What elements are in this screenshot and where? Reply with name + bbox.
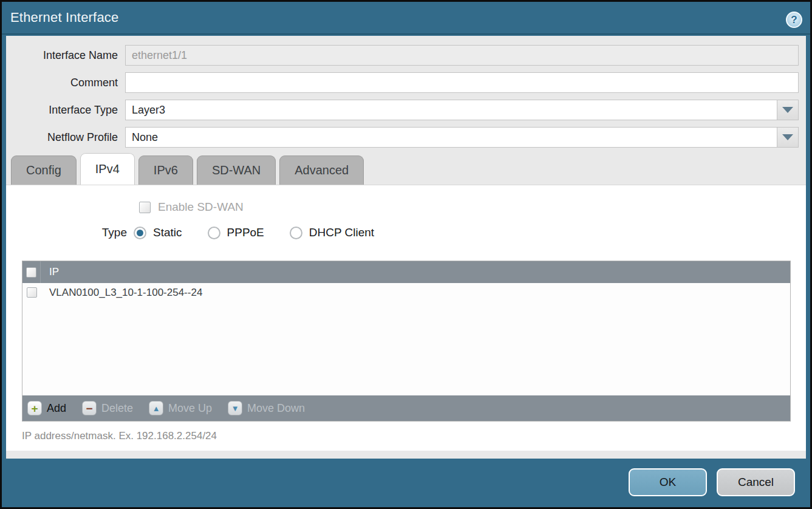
tab-advanced[interactable]: Advanced bbox=[279, 155, 364, 185]
move-down-button-label: Move Down bbox=[247, 402, 305, 415]
radio-option-static[interactable]: Static bbox=[134, 226, 182, 239]
tab-ipv4[interactable]: IPv4 bbox=[80, 153, 135, 185]
ip-table-toolbar: + Add − Delete ▲ Move Up ▼ Move Down bbox=[22, 395, 790, 421]
chevron-down-icon bbox=[782, 107, 793, 113]
dialog-content: Interface Name Comment Interface Type Ne… bbox=[6, 36, 806, 459]
interface-type-label: Interface Type bbox=[6, 104, 125, 117]
ip-column-header: IP bbox=[41, 266, 59, 278]
comment-field[interactable] bbox=[125, 72, 799, 93]
help-icon[interactable]: ? bbox=[786, 12, 802, 28]
add-button-label: Add bbox=[47, 402, 66, 415]
interface-type-row: Interface Type bbox=[6, 100, 799, 120]
interface-name-row: Interface Name bbox=[6, 45, 799, 66]
cancel-button[interactable]: Cancel bbox=[717, 468, 795, 496]
table-row[interactable]: VLAN0100_L3_10-1-100-254--24 bbox=[22, 283, 790, 302]
interface-name-label: Interface Name bbox=[6, 49, 125, 62]
tab-bar: Config IPv4 IPv6 SD-WAN Advanced bbox=[11, 153, 367, 185]
header-checkbox-cell bbox=[22, 261, 41, 283]
netflow-profile-field[interactable] bbox=[125, 127, 777, 148]
plus-icon: + bbox=[27, 401, 42, 415]
move-down-button[interactable]: ▼ Move Down bbox=[228, 401, 305, 415]
radio-pppoe[interactable] bbox=[208, 227, 220, 239]
ip-table-body: VLAN0100_L3_10-1-100-254--24 bbox=[22, 283, 790, 395]
chevron-down-icon bbox=[782, 134, 793, 140]
radio-dhcp-client-label: DHCP Client bbox=[309, 226, 374, 239]
ip-hint-text: IP address/netmask. Ex. 192.168.2.254/24 bbox=[22, 430, 217, 442]
radio-static-label: Static bbox=[153, 226, 182, 239]
ok-button[interactable]: OK bbox=[629, 468, 707, 496]
radio-option-dhcp-client[interactable]: DHCP Client bbox=[290, 226, 374, 239]
title-bar: Ethernet Interface bbox=[2, 2, 810, 35]
comment-row: Comment bbox=[6, 72, 799, 93]
tab-sdwan[interactable]: SD-WAN bbox=[197, 155, 276, 185]
enable-sdwan-label: Enable SD-WAN bbox=[158, 200, 244, 214]
interface-type-field[interactable] bbox=[125, 100, 777, 120]
ip-table: IP VLAN0100_L3_10-1-100-254--24 + Add bbox=[22, 261, 791, 422]
interface-type-dropdown-button[interactable] bbox=[777, 100, 799, 120]
move-up-button[interactable]: ▲ Move Up bbox=[149, 401, 212, 415]
radio-dhcp-client[interactable] bbox=[290, 227, 302, 239]
row-checkbox[interactable] bbox=[27, 287, 37, 298]
delete-button[interactable]: − Delete bbox=[82, 401, 133, 415]
netflow-profile-row: Netflow Profile bbox=[6, 127, 799, 148]
netflow-profile-dropdown-button[interactable] bbox=[777, 127, 799, 148]
dialog-title: Ethernet Interface bbox=[10, 10, 118, 26]
delete-button-label: Delete bbox=[101, 402, 133, 415]
select-all-checkbox[interactable] bbox=[26, 267, 36, 278]
arrow-up-icon: ▲ bbox=[149, 401, 163, 415]
radio-option-pppoe[interactable]: PPPoE bbox=[208, 226, 264, 239]
row-checkbox-cell bbox=[22, 287, 41, 298]
ip-cell[interactable]: VLAN0100_L3_10-1-100-254--24 bbox=[41, 287, 202, 299]
move-up-button-label: Move Up bbox=[168, 402, 212, 415]
comment-label: Comment bbox=[6, 77, 125, 89]
radio-pppoe-label: PPPoE bbox=[227, 226, 264, 239]
type-label: Type bbox=[6, 226, 134, 239]
enable-sdwan-checkbox[interactable] bbox=[139, 202, 151, 213]
netflow-profile-label: Netflow Profile bbox=[6, 131, 125, 144]
tab-config[interactable]: Config bbox=[11, 155, 77, 185]
netflow-profile-combo bbox=[125, 127, 799, 148]
enable-sdwan-row: Enable SD-WAN bbox=[139, 200, 244, 214]
footer-bar: OK Cancel bbox=[2, 457, 810, 507]
radio-static[interactable] bbox=[134, 227, 146, 239]
arrow-down-icon: ▼ bbox=[228, 401, 242, 415]
interface-type-combo bbox=[125, 100, 799, 120]
minus-icon: − bbox=[82, 401, 97, 415]
interface-name-field bbox=[125, 45, 799, 66]
type-row: Type Static PPPoE DHCP Client bbox=[6, 226, 400, 239]
add-button[interactable]: + Add bbox=[27, 401, 66, 415]
ethernet-interface-dialog: Ethernet Interface ? Interface Name Comm… bbox=[0, 0, 812, 509]
ipv4-panel: Enable SD-WAN Type Static PPPoE DHCP Cli… bbox=[6, 185, 806, 451]
tab-ipv6[interactable]: IPv6 bbox=[138, 155, 193, 185]
ip-table-header: IP bbox=[22, 261, 790, 283]
